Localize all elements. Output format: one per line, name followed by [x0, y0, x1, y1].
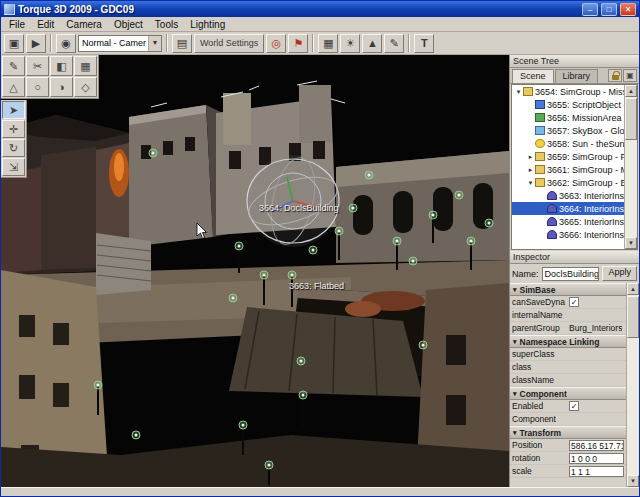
- lock-button[interactable]: [608, 69, 622, 82]
- tree-item[interactable]: 3666: InteriorInstance -: [512, 228, 624, 241]
- relight-icon: ◎: [272, 37, 282, 50]
- rotate-tool-button[interactable]: ↻: [2, 139, 25, 157]
- checkbox[interactable]: ✓: [569, 297, 579, 307]
- terrain-button[interactable]: ▲: [362, 34, 382, 53]
- options-icon: ▣: [626, 71, 634, 80]
- scroll-thumb[interactable]: [625, 98, 637, 140]
- tree-item[interactable]: 3657: SkyBox - GlobalSky: [512, 124, 624, 137]
- tree-item[interactable]: 3663: InteriorInstance -: [512, 189, 624, 202]
- relight-button[interactable]: ◎: [266, 34, 286, 53]
- object-label: 3663: Flatbed: [289, 281, 344, 291]
- expander-icon[interactable]: ▾: [526, 179, 535, 187]
- menu-edit[interactable]: Edit: [31, 18, 60, 31]
- scene-tree-list: ▾3654: SimGroup - MissionGro3655: Script…: [512, 85, 624, 249]
- tree-item[interactable]: 3664: InteriorInstance -: [512, 202, 624, 215]
- maximize-button[interactable]: □: [601, 3, 617, 16]
- tree-item[interactable]: 3658: Sun - theSun: [512, 137, 624, 150]
- mission-area-icon: [535, 113, 545, 122]
- world-settings-button[interactable]: World Settings: [194, 34, 264, 53]
- property-field[interactable]: 586.16 517.71 5: [569, 440, 624, 451]
- viewport[interactable]: ✎✂◧▦△○◑◇ ➤✛↻⇲ 3664: DoclsBuilding 3663: …: [1, 55, 509, 487]
- close-button[interactable]: ✕: [620, 3, 636, 16]
- collapse-icon: ▾: [513, 286, 517, 294]
- section-header-component[interactable]: ▾Component: [510, 387, 626, 400]
- section-header-namespace-linking[interactable]: ▾Namespace Linking: [510, 335, 626, 348]
- scale-tool-button[interactable]: ⇲: [2, 158, 25, 176]
- palette-tool-7-button[interactable]: ◑: [50, 77, 73, 97]
- toolbar-separator: [408, 34, 410, 52]
- palette-tool-1-button[interactable]: ✎: [2, 56, 25, 76]
- expander-icon[interactable]: ▸: [526, 166, 535, 174]
- tree-item[interactable]: ▸3659: SimGroup - PlayerDr: [512, 150, 624, 163]
- selected-object-label: 3664: DoclsBuilding: [259, 203, 339, 213]
- menu-object[interactable]: Object: [108, 18, 149, 31]
- tree-item[interactable]: 3665: InteriorInstance -: [512, 215, 624, 228]
- property-field[interactable]: 1 0 0 0: [569, 453, 624, 464]
- pen-button[interactable]: ✎: [384, 34, 404, 53]
- move-tool-button[interactable]: ✛: [2, 120, 25, 138]
- tree-item-label: 3657: SkyBox - GlobalSky: [547, 126, 624, 136]
- scroll-up-icon[interactable]: ▲: [625, 85, 637, 97]
- panel-options-button[interactable]: ▣: [623, 69, 637, 82]
- tree-item[interactable]: ▾3654: SimGroup - MissionGro: [512, 85, 624, 98]
- interior-icon: [547, 217, 557, 226]
- lock-icon: [612, 75, 619, 80]
- tree-item[interactable]: ▾3662: SimGroup - Burg_Int: [512, 176, 624, 189]
- tree-item-label: 3661: SimGroup - MegaTer: [547, 165, 624, 175]
- select-tool-button[interactable]: ➤: [2, 101, 25, 119]
- scroll-up-icon[interactable]: ▲: [627, 283, 639, 295]
- property-label: class: [512, 362, 569, 372]
- property-label: Position: [512, 440, 569, 450]
- grid-button[interactable]: ▦: [318, 34, 338, 53]
- camera-mode-select[interactable]: Normal - Camera 4 ▾: [78, 35, 162, 52]
- app-icon: [4, 4, 15, 15]
- text-tool-button[interactable]: T: [414, 34, 434, 53]
- flag-button[interactable]: ⚑: [288, 34, 308, 53]
- tree-item-label: 3655: ScriptObject - Leveli: [547, 100, 624, 110]
- scene-tree-header: Scene Tree: [510, 55, 639, 68]
- play-button[interactable]: ▶: [26, 34, 46, 53]
- tab-scene[interactable]: Scene: [512, 69, 554, 83]
- palette-tool-8-button[interactable]: ◇: [74, 77, 97, 97]
- name-input[interactable]: DoclsBuilding: [542, 267, 600, 281]
- tab-library[interactable]: Library: [555, 69, 599, 83]
- menu-tools[interactable]: Tools: [149, 18, 184, 31]
- menu-file[interactable]: File: [3, 18, 31, 31]
- palette-tool-4-button[interactable]: ▦: [74, 56, 97, 76]
- palette-tool-3-button[interactable]: ◧: [50, 56, 73, 76]
- palette-tool-6-button[interactable]: ○: [26, 77, 49, 97]
- expander-icon[interactable]: ▸: [526, 153, 535, 161]
- palette-tool-5-button[interactable]: △: [2, 77, 25, 97]
- sun-icon: ☀: [345, 37, 355, 50]
- interior-icon: [547, 191, 557, 200]
- property-row: class: [510, 361, 626, 374]
- minimize-button[interactable]: –: [582, 3, 598, 16]
- tree-item[interactable]: 3655: ScriptObject - Leveli: [512, 98, 624, 111]
- property-label: superClass: [512, 349, 569, 359]
- section-header-transform[interactable]: ▾Transform: [510, 426, 626, 439]
- page-button[interactable]: ▤: [172, 34, 192, 53]
- menu-camera[interactable]: Camera: [60, 18, 108, 31]
- sun-icon: [535, 139, 545, 148]
- inspector-scrollbar[interactable]: ▲ ▼: [626, 283, 639, 487]
- scroll-down-icon[interactable]: ▼: [625, 237, 637, 249]
- section-header-simbase[interactable]: ▾SimBase: [510, 283, 626, 296]
- property-field[interactable]: 1 1 1: [569, 466, 624, 477]
- world-editor-button[interactable]: ▣: [4, 34, 24, 53]
- checkbox[interactable]: ✓: [569, 401, 579, 411]
- window-titlebar[interactable]: Torque 3D 2009 - GDC09 – □ ✕: [1, 1, 639, 17]
- tree-item[interactable]: 3656: MissionArea - Missio: [512, 111, 624, 124]
- tree-item-label: 3654: SimGroup - MissionGro: [535, 87, 624, 97]
- expander-icon[interactable]: ▾: [514, 88, 523, 96]
- scroll-down-icon[interactable]: ▼: [627, 475, 639, 487]
- tree-item[interactable]: ▸3661: SimGroup - MegaTer: [512, 163, 624, 176]
- section-title: Component: [520, 389, 567, 399]
- camera-button[interactable]: ◉: [56, 34, 76, 53]
- apply-button[interactable]: Apply: [602, 266, 637, 281]
- menu-lighting[interactable]: Lighting: [184, 18, 231, 31]
- sun-button[interactable]: ☀: [340, 34, 360, 53]
- scene-tree-scrollbar[interactable]: ▲ ▼: [624, 85, 637, 249]
- palette-tool-2-button[interactable]: ✂: [26, 56, 49, 76]
- scroll-thumb[interactable]: [627, 296, 639, 338]
- brush-palette: ✎✂◧▦△○◑◇: [1, 55, 99, 99]
